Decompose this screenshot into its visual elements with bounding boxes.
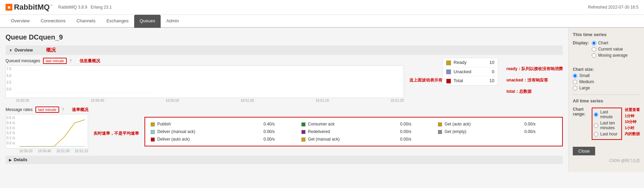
radio-last-hour-label: Last hour xyxy=(600,132,618,136)
rate-row-2: Deliver (manual ack) 0.00/s Redelivered … xyxy=(148,128,559,135)
radio-large-input[interactable] xyxy=(573,86,577,90)
details-section-header[interactable]: ▶ Details xyxy=(6,156,563,164)
message-rates-section: Message rates last minute ? 速率概况 0.5 /s … xyxy=(6,107,563,153)
radio-small-input[interactable] xyxy=(573,74,577,78)
rates-chart-svg xyxy=(20,116,85,147)
radio-current-value-label: Current value xyxy=(598,47,623,52)
rates-cn-label: 速率概况 xyxy=(72,107,88,113)
logo-icon: ■ xyxy=(6,4,12,11)
nav-item-connections[interactable]: Connections xyxy=(35,15,71,28)
chart-range-annotation: 设置查看1分钟10分钟1小时内的数据 xyxy=(625,107,640,137)
rate-row-1: Publish 0.40/s Consumer ack 0.00/s Get (… xyxy=(148,120,559,128)
radio-last-minute-input[interactable] xyxy=(594,112,598,117)
queued-chart-svg xyxy=(16,67,404,93)
radio-moving-average[interactable]: Moving average xyxy=(592,53,627,58)
radio-chart-input[interactable] xyxy=(592,41,596,45)
message-rates-badge[interactable]: last minute xyxy=(35,107,59,113)
sidebar-display-label: Display: xyxy=(573,41,589,45)
overview-section-header[interactable]: ▼ Overview 概况 xyxy=(6,45,563,55)
nav-item-channels[interactable]: Channels xyxy=(71,15,101,28)
radio-small[interactable]: Small xyxy=(573,73,640,78)
queued-messages-panel: Queued messages last minute ? 信息量概况 7.5 … xyxy=(6,58,404,102)
main-layout: Queue DCquen_9 ▼ Overview 概况 Queued mess… xyxy=(0,28,644,172)
rate-swatch-consumer-ack xyxy=(301,122,305,126)
logo-area: ■ RabbitMQ™ RabbitMQ 3.8.9 Erlang 23.1 xyxy=(6,3,112,12)
rates-table-outer: Publish 0.40/s Consumer ack 0.00/s Get (… xyxy=(144,117,563,146)
legend-swatch-total xyxy=(446,79,451,84)
refresh-info: Refreshed 2022-07-30 16:5 xyxy=(588,5,638,10)
close-button[interactable]: Close xyxy=(573,147,595,155)
rate-swatch-get-manual-ack xyxy=(301,137,305,142)
queued-messages-help[interactable]: ? xyxy=(69,59,72,63)
nav-bar: Overview Connections Channels Exchanges … xyxy=(0,15,644,28)
radio-chart[interactable]: Chart xyxy=(592,41,627,45)
overview-label: Overview xyxy=(14,48,33,53)
logo-text: RabbitMQ™ xyxy=(14,3,53,12)
rate-swatch-deliver-auto xyxy=(151,137,155,142)
radio-last-ten-minutes-label: Last ten minutes xyxy=(600,121,620,130)
info-amount-label: 信息量概况 xyxy=(79,58,100,64)
nav-item-overview[interactable]: Overview xyxy=(6,15,35,28)
radio-chart-label: Chart xyxy=(598,41,608,45)
rates-chart: 0.5 /s 0.4 /s 0.3 /s 0.2 /s 0.1 /s 0.0 /… xyxy=(6,114,88,148)
rate-swatch-redelivered xyxy=(301,130,305,134)
overview-arrow: ▼ xyxy=(9,48,12,52)
csdn-credit: CSDN @阿门之恋 xyxy=(573,158,640,163)
radio-medium-input[interactable] xyxy=(573,80,577,84)
sidebar-title: This time series xyxy=(573,32,640,37)
radio-small-label: Small xyxy=(579,73,590,78)
logo-tm: ™ xyxy=(50,4,53,8)
radio-large-label: Large xyxy=(579,86,590,90)
rate-swatch-get-auto-ack xyxy=(438,122,442,126)
radio-last-minute[interactable]: Last minute xyxy=(594,110,620,119)
chart-range-radio-group: Last minute Last ten minutes Last hour xyxy=(592,108,622,140)
rates-y-labels: 0.5 /s 0.4 /s 0.3 /s 0.2 /s 0.1 /s 0.0 /… xyxy=(7,116,15,145)
radio-moving-average-label: Moving average xyxy=(598,53,627,58)
rates-chart-panel: 0.5 /s 0.4 /s 0.3 /s 0.2 /s 0.1 /s 0.0 /… xyxy=(6,114,88,153)
sidebar: This time series Display: Chart Current … xyxy=(568,28,644,172)
message-rates-help[interactable]: ? xyxy=(62,108,64,112)
message-rates-label: Message rates last minute ? 速率概况 xyxy=(6,107,563,113)
radio-last-hour-input[interactable] xyxy=(594,132,598,136)
overview-cn-annotation: 概况 xyxy=(46,47,56,53)
radio-last-minute-label: Last minute xyxy=(600,110,620,119)
content-area: Queue DCquen_9 ▼ Overview 概况 Queued mess… xyxy=(0,28,568,172)
chart-size-radio-group: Small Medium Large xyxy=(573,73,640,90)
radio-last-ten-minutes-input[interactable] xyxy=(594,123,598,128)
legend-annotations: ready：队列以接收没有响消费 unacked：没有响应答 total：总数据 xyxy=(504,58,563,102)
nav-item-admin[interactable]: Admin xyxy=(161,15,184,28)
details-arrow: ▶ xyxy=(9,158,12,162)
legend-row-total: Total 10 xyxy=(443,76,498,85)
legend-swatch-ready xyxy=(446,60,451,65)
radio-medium[interactable]: Medium xyxy=(573,79,640,84)
sidebar-chart-size-label: Chart size: xyxy=(573,67,594,72)
radio-large[interactable]: Large xyxy=(573,86,640,90)
page-title: Queue DCquen_9 xyxy=(6,33,563,41)
queued-chart-x-labels: 16:50:30 16:50:40 16:50:50 16:51:00 16:5… xyxy=(16,99,404,102)
rate-swatch-deliver-manual xyxy=(151,130,155,134)
legend-swatch-unacked xyxy=(446,69,451,74)
queued-chart-y-labels: 7.5 5.0 2.5 0.0 xyxy=(7,67,11,91)
radio-medium-label: Medium xyxy=(579,79,594,84)
version-info: RabbitMQ 3.8.9 Erlang 23.1 xyxy=(58,5,111,10)
radio-last-ten-minutes[interactable]: Last ten minutes xyxy=(594,121,620,130)
nav-item-exchanges[interactable]: Exchanges xyxy=(101,15,134,28)
nav-item-queues[interactable]: Queues xyxy=(134,15,161,28)
header: ■ RabbitMQ™ RabbitMQ 3.8.9 Erlang 23.1 R… xyxy=(0,0,644,15)
annotation-unacked: unacked：没有响应答 xyxy=(506,77,563,83)
rates-table: Publish 0.40/s Consumer ack 0.00/s Get (… xyxy=(148,120,559,143)
radio-current-value[interactable]: Current value xyxy=(592,47,627,52)
legend-table: Ready 10 Unacked 0 Tot xyxy=(442,58,498,86)
annotation-total: total：总数据 xyxy=(506,89,563,95)
radio-last-hour[interactable]: Last hour xyxy=(594,132,620,136)
radio-current-value-input[interactable] xyxy=(592,47,596,52)
radio-moving-average-input[interactable] xyxy=(592,53,596,58)
rate-swatch-get-empty xyxy=(438,130,442,134)
details-label: Details xyxy=(14,157,27,162)
rates-x-labels: 16:50:20 16:50:40 16:51:00 16:51:10 xyxy=(19,149,88,153)
legend-row-ready: Ready 10 xyxy=(443,58,498,67)
queued-messages-badge[interactable]: last minute xyxy=(43,58,67,64)
rate-row-3: Deliver (auto ack) 0.00/s Get (manual ac… xyxy=(148,135,559,143)
legend-row-unacked: Unacked 0 xyxy=(443,67,498,76)
queued-messages-chart: 7.5 5.0 2.5 0.0 xyxy=(6,65,404,98)
